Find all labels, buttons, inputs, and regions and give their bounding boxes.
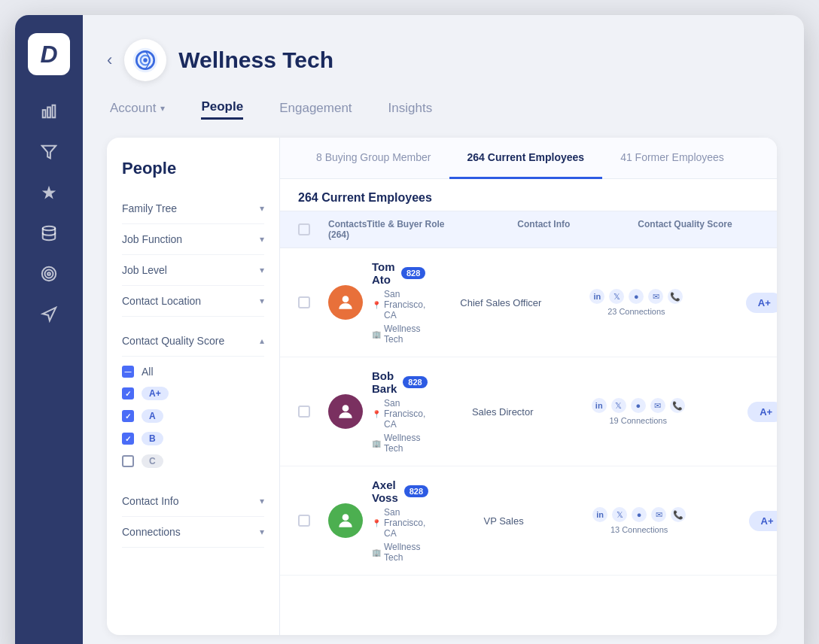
filter-contact-quality-score: Contact Quality Score ▴ All A+	[122, 317, 264, 486]
target-icon[interactable]	[32, 257, 65, 290]
company-text: Wellness Tech	[384, 324, 425, 345]
company-text: Wellness Tech	[384, 433, 428, 454]
svg-rect-2	[53, 105, 56, 118]
funnel-icon[interactable]	[32, 135, 65, 169]
company-text: Wellness Tech	[384, 542, 428, 563]
job-title: Chief Sales Officer	[425, 297, 576, 308]
col-quality-score: Contact Quality Score	[638, 219, 773, 240]
sub-tab-former-employees[interactable]: 41 Former Employees	[602, 138, 742, 179]
twitter-icon[interactable]: 𝕏	[609, 289, 624, 304]
building-icon: 🏢	[372, 439, 381, 448]
row-checkbox[interactable]	[298, 406, 310, 418]
sub-tab-current-employees[interactable]: 264 Current Employees	[449, 138, 603, 179]
main-content: ‹ Wellness Tech Account ▾ People	[83, 15, 804, 644]
person-name: Tom Ato	[372, 260, 395, 286]
linkedin-icon[interactable]: in	[592, 507, 607, 522]
filter-panel-title: People	[122, 159, 264, 178]
table-row: Tom Ato 828 📍 San Francisco, CA 🏢 Wellne	[280, 248, 777, 357]
location-icon: 📍	[372, 519, 381, 527]
quality-options: All A+ A	[122, 357, 264, 477]
linkedin-icon[interactable]: in	[589, 289, 604, 304]
company-logo	[124, 39, 166, 81]
table-row: Axel Voss 828 📍 San Francisco, CA 🏢 Well	[280, 466, 777, 576]
checkbox-c[interactable]	[122, 455, 134, 467]
database-icon[interactable]	[32, 217, 65, 250]
sub-tabs: 8 Buying Group Member 264 Current Employ…	[280, 138, 777, 179]
phone-icon[interactable]: 📞	[670, 398, 685, 413]
chevron-down-icon: ▾	[260, 296, 264, 306]
profile-icon[interactable]: ●	[632, 507, 647, 522]
quality-score-badge: A+	[749, 511, 777, 531]
logo-letter: D	[40, 41, 57, 68]
bar-chart-icon[interactable]	[32, 95, 65, 128]
phone-icon[interactable]: 📞	[671, 507, 686, 522]
filter-contact-info[interactable]: Contact Info ▾	[122, 486, 264, 517]
tab-insights[interactable]: Insights	[388, 101, 433, 119]
location-icon: 📍	[372, 410, 381, 418]
tab-people[interactable]: People	[201, 99, 243, 120]
profile-icon[interactable]: ●	[631, 398, 646, 413]
megaphone-icon[interactable]	[32, 298, 65, 331]
filter-family-tree[interactable]: Family Tree ▾	[122, 193, 264, 224]
filter-job-level[interactable]: Job Level ▾	[122, 255, 264, 286]
table-row: Bob Bark 828 📍 San Francisco, CA 🏢 Welln	[280, 357, 777, 466]
checkbox-b[interactable]	[122, 433, 134, 445]
filter-job-function[interactable]: Job Function ▾	[122, 224, 264, 255]
row-checkbox[interactable]	[298, 296, 310, 308]
svg-marker-3	[42, 146, 56, 159]
quality-option-all[interactable]: All	[122, 364, 264, 379]
quality-option-aplus[interactable]: A+	[122, 385, 264, 402]
building-icon: 🏢	[372, 330, 381, 339]
svg-point-7	[47, 272, 50, 275]
row-checkbox[interactable]	[298, 515, 310, 527]
tab-engagement[interactable]: Engagement	[279, 101, 352, 119]
chevron-down-icon: ▾	[260, 265, 264, 275]
svg-point-4	[43, 226, 56, 231]
quality-score-cell: A+	[699, 402, 777, 422]
quality-score-badge: A+	[747, 402, 777, 422]
connections-count: 19 Connections	[609, 416, 666, 425]
filter-connections[interactable]: Connections ▾	[122, 517, 264, 548]
quality-score-badge: A+	[746, 293, 777, 313]
contact-info-cell: in 𝕏 ● ✉ 📞 19 Connections	[578, 398, 699, 425]
tab-account[interactable]: Account ▾	[110, 101, 165, 119]
connections-count: 23 Connections	[607, 307, 665, 316]
twitter-icon[interactable]: 𝕏	[612, 507, 627, 522]
person-info: Bob Bark 828 📍 San Francisco, CA 🏢 Welln	[363, 369, 428, 454]
person-score: 828	[401, 267, 425, 279]
col-contacts: Contacts (264)	[328, 219, 367, 240]
filter-panel: People Family Tree ▾ Job Function ▾ Job …	[107, 138, 280, 635]
person-info: Axel Voss 828 📍 San Francisco, CA 🏢 Well	[363, 478, 428, 563]
chevron-down-icon: ▾	[260, 527, 264, 537]
phone-icon[interactable]: 📞	[668, 289, 683, 304]
sub-tab-buying-group[interactable]: 8 Buying Group Member	[298, 138, 449, 179]
svg-point-6	[45, 270, 53, 278]
email-icon[interactable]: ✉	[648, 289, 663, 304]
checkbox-a[interactable]	[122, 410, 134, 422]
filter-contact-location[interactable]: Contact Location ▾	[122, 286, 264, 317]
chevron-down-icon: ▾	[260, 234, 264, 245]
checkbox-aplus[interactable]	[122, 387, 134, 399]
job-title: Sales Director	[428, 406, 578, 418]
section-title: 264 Current Employees	[280, 179, 777, 211]
quality-option-b[interactable]: B	[122, 430, 264, 447]
col-contact-info: Contact Info	[517, 219, 638, 240]
back-button[interactable]: ‹	[107, 50, 112, 70]
avatar	[328, 285, 363, 320]
person-score: 828	[404, 485, 428, 497]
linkedin-icon[interactable]: in	[592, 398, 607, 413]
quality-option-c[interactable]: C	[122, 453, 264, 469]
email-icon[interactable]: ✉	[650, 398, 665, 413]
checkbox-all[interactable]	[122, 366, 134, 378]
person-name: Bob Bark	[372, 369, 397, 395]
quality-option-a[interactable]: A	[122, 408, 264, 424]
email-icon[interactable]: ✉	[651, 507, 666, 522]
app-logo: D	[28, 33, 70, 75]
twitter-icon[interactable]: 𝕏	[611, 398, 626, 413]
sparkle-icon[interactable]	[32, 176, 65, 209]
contact-info-cell: in 𝕏 ● ✉ 📞 13 Connections	[579, 507, 699, 534]
select-all-checkbox[interactable]	[298, 223, 310, 235]
connections-count: 13 Connections	[610, 525, 668, 534]
svg-point-11	[144, 58, 148, 62]
profile-icon[interactable]: ●	[629, 289, 644, 304]
